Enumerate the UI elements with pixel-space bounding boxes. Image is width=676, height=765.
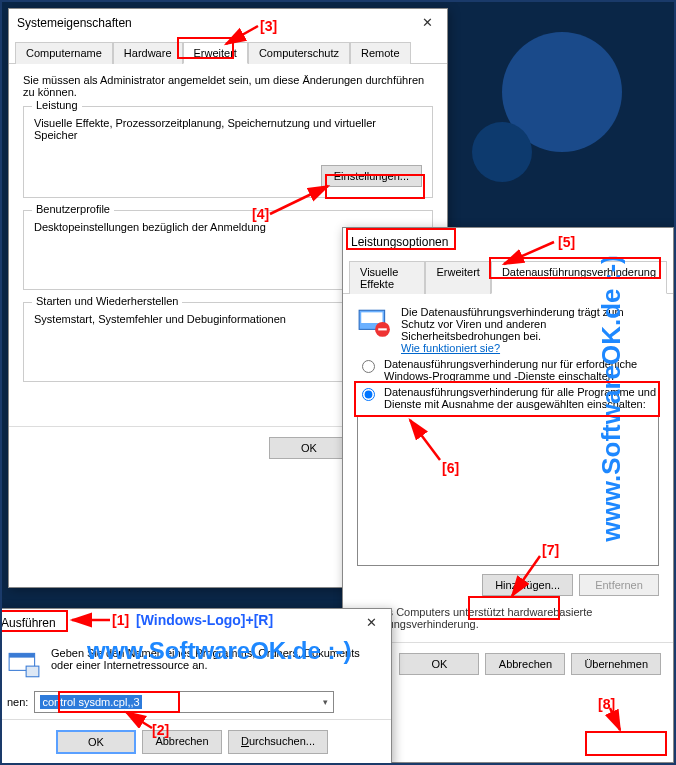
run-icon <box>7 647 41 681</box>
sysprops-title: Systemeigenschaften <box>17 16 132 30</box>
dep-desc: Die Datenausführungsverhinderung trägt z… <box>401 306 624 342</box>
perf-settings-button[interactable]: Einstellungen... <box>321 165 422 187</box>
run-close-icon[interactable]: ✕ <box>351 609 391 635</box>
perfopt-titlebar: Leistungsoptionen <box>343 228 673 256</box>
close-icon[interactable]: ✕ <box>407 9 447 35</box>
perfopt-button-row: OK Abbrechen Übernehmen <box>343 642 673 685</box>
sysprops-tabs: Computername Hardware Erweitert Computer… <box>9 37 447 64</box>
run-title: Ausführen <box>1 616 56 630</box>
tab-computerschutz[interactable]: Computerschutz <box>248 42 350 64</box>
run-dialog: Ausführen ✕ Geben Sie den Namen eines Pr… <box>0 608 392 765</box>
run-ok-button[interactable]: OK <box>56 730 136 754</box>
perfopt-title: Leistungsoptionen <box>351 235 448 249</box>
dep-radio-all[interactable]: Datenausführungsverhinderung für alle Pr… <box>357 386 659 410</box>
sysprops-ok-button[interactable]: OK <box>269 437 349 459</box>
radio-all-input[interactable] <box>362 388 375 401</box>
shield-icon <box>357 306 391 340</box>
run-titlebar: Ausführen ✕ <box>0 609 391 637</box>
dep-exception-list[interactable] <box>357 416 659 566</box>
tab-hardware[interactable]: Hardware <box>113 42 183 64</box>
run-input-value: control sysdm.cpl,,3 <box>40 695 141 709</box>
chevron-down-icon[interactable]: ▾ <box>323 697 328 707</box>
cpu-dep-note: zor des Computers unterstützt hardwareba… <box>357 606 659 630</box>
tab-dep[interactable]: Datenausführungsverhinderung <box>491 261 667 294</box>
radio-essential-label: Datenausführungsverhinderung nur für erf… <box>384 358 659 382</box>
svg-rect-3 <box>378 328 387 330</box>
dep-how-link[interactable]: Wie funktioniert sie? <box>401 342 659 354</box>
tab-perfopt-erweitert[interactable]: Erweitert <box>425 261 490 294</box>
run-browse-button[interactable]: DDurchsuchen...urchsuchen... <box>228 730 328 754</box>
run-desc: Geben Sie den Namen eines Programms, Ord… <box>51 647 377 671</box>
svg-rect-6 <box>26 666 39 677</box>
svg-rect-5 <box>9 653 35 657</box>
sysprops-titlebar: Systemeigenschaften ✕ <box>9 9 447 37</box>
run-input[interactable]: control sysdm.cpl,,3 ▾ <box>34 691 334 713</box>
radio-all-label: Datenausführungsverhinderung für alle Pr… <box>384 386 659 410</box>
run-button-row: OK Abbrechen DDurchsuchen...urchsuchen..… <box>0 719 391 764</box>
legend-leistung: Leistung <box>32 99 82 111</box>
perf-text: Visuelle Effekte, Prozessorzeitplanung, … <box>34 117 422 141</box>
add-button[interactable]: Hinzufügen... <box>482 574 573 596</box>
perfopt-apply-button[interactable]: Übernehmen <box>571 653 661 675</box>
tab-erweitert[interactable]: Erweitert <box>183 42 248 64</box>
group-leistung: Leistung Visuelle Effekte, Prozessorzeit… <box>23 106 433 198</box>
run-cancel-button[interactable]: Abbrechen <box>142 730 222 754</box>
run-open-label: nen: <box>7 696 28 708</box>
remove-button: Entfernen <box>579 574 659 596</box>
radio-essential-input[interactable] <box>362 360 375 373</box>
perfopt-tabs: Visuelle Effekte Erweitert Datenausführu… <box>343 256 673 294</box>
tab-remote[interactable]: Remote <box>350 42 411 64</box>
svg-rect-1 <box>361 312 382 323</box>
dep-radio-essential[interactable]: Datenausführungsverhinderung nur für erf… <box>357 358 659 382</box>
perfopt-ok-button[interactable]: OK <box>399 653 479 675</box>
tab-visuelle-effekte[interactable]: Visuelle Effekte <box>349 261 425 294</box>
legend-profiles: Benutzerprofile <box>32 203 114 215</box>
tab-computername[interactable]: Computername <box>15 42 113 64</box>
legend-startup: Starten und Wiederherstellen <box>32 295 182 307</box>
perfopt-cancel-button[interactable]: Abbrechen <box>485 653 565 675</box>
admin-note: Sie müssen als Administrator angemeldet … <box>23 74 433 98</box>
